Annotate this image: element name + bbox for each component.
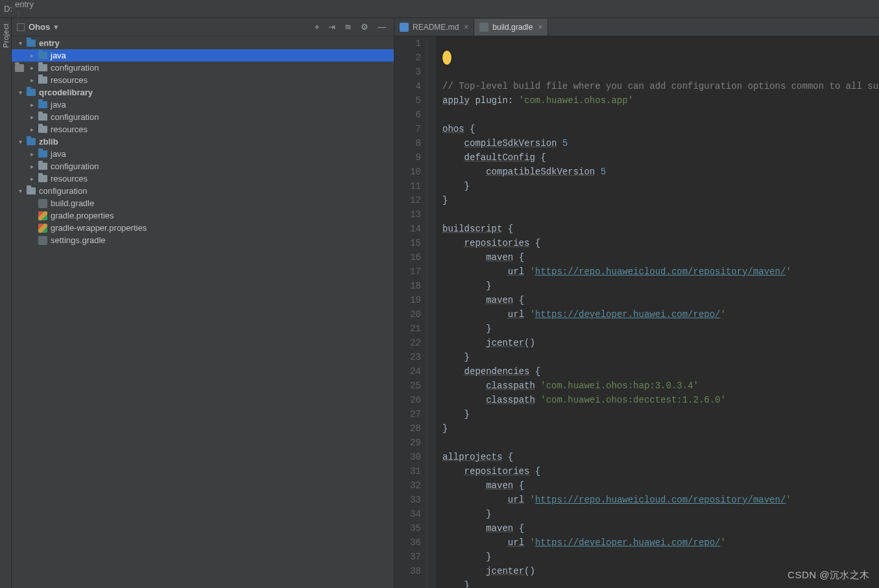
chevron-right-icon[interactable]: ▸ xyxy=(29,163,35,170)
code-line[interactable]: classpath 'com.huawei.ohos:hap:3.0.3.4' xyxy=(442,379,879,393)
tree-row-configuration[interactable]: ▸configuration xyxy=(12,62,394,74)
code-line[interactable]: } xyxy=(442,322,879,336)
tree-row-java[interactable]: ▸java xyxy=(12,99,394,111)
chevron-down-icon[interactable]: ▾ xyxy=(54,22,58,32)
code-line[interactable]: } xyxy=(442,421,879,436)
folder-icon xyxy=(38,64,47,71)
tree-row-gradle-properties[interactable]: gradle.properties xyxy=(12,209,394,222)
code-line[interactable]: } xyxy=(442,407,879,421)
code-line[interactable]: classpath 'com.huawei.ohos:decctest:1.2.… xyxy=(442,393,879,407)
tree-row-configuration[interactable]: ▸configuration xyxy=(12,111,394,123)
line-number: 19 xyxy=(394,293,421,307)
chevron-down-icon[interactable]: ▾ xyxy=(17,40,23,47)
code-line[interactable]: } xyxy=(442,507,879,521)
code-line[interactable]: } xyxy=(442,193,879,207)
tree-label: configuration xyxy=(51,112,99,122)
chevron-right-icon[interactable]: ▸ xyxy=(29,101,35,108)
chevron-right-icon[interactable]: ▸ xyxy=(29,126,35,133)
code-line[interactable]: maven { xyxy=(442,250,879,265)
tree-row-entry[interactable]: ▾entry xyxy=(12,37,394,49)
tree-label: entry xyxy=(39,38,60,48)
code-line[interactable]: url 'https://developer.huawei.com/repo/' xyxy=(442,535,879,550)
chevron-down-icon[interactable]: ▾ xyxy=(17,89,23,96)
collapse-all-icon[interactable]: ≋ xyxy=(342,22,354,32)
editor-area: README.md×build.gradle× 1234567891011121… xyxy=(394,18,879,588)
code-line[interactable] xyxy=(442,436,879,450)
tree-row-gradle-wrapper-properties[interactable]: gradle-wrapper.properties xyxy=(12,222,394,234)
code-line[interactable]: maven { xyxy=(442,521,879,535)
code-line[interactable]: apply plugin: 'com.huawei.ohos.app' xyxy=(442,93,879,108)
code-line[interactable]: } xyxy=(442,350,879,364)
breadcrumb: D: 〉arttszone〉ohos-ZBLibrary-master〉entr… xyxy=(0,0,879,18)
project-tree[interactable]: ▾entry▸java▸configuration▸resources▾qrco… xyxy=(12,36,394,588)
folder-icon xyxy=(38,175,47,182)
code-line[interactable]: repositories { xyxy=(442,236,879,250)
tree-row-resources[interactable]: ▸resources xyxy=(12,123,394,135)
crumb-drive[interactable]: D: xyxy=(4,4,12,14)
tree-row-java[interactable]: ▸java xyxy=(12,49,394,62)
code-line[interactable]: maven { xyxy=(442,478,879,493)
chevron-right-icon[interactable]: ▸ xyxy=(29,64,35,71)
properties-file-icon xyxy=(38,224,47,233)
project-toolwindow-tab[interactable]: Project xyxy=(0,18,12,588)
crumb-entry[interactable]: entry xyxy=(15,0,101,9)
tree-row-resources[interactable]: ▸resources xyxy=(12,172,394,185)
source-text[interactable]: // Top-level build file where you can ad… xyxy=(436,36,879,588)
close-tab-icon[interactable]: × xyxy=(464,23,468,32)
code-line[interactable]: compatibleSdkVersion 5 xyxy=(442,165,879,179)
hide-panel-icon[interactable]: — xyxy=(375,22,389,32)
chevron-right-icon[interactable]: ▸ xyxy=(29,150,35,158)
panel-settings-icon[interactable]: ⚙ xyxy=(358,22,371,32)
chevron-right-icon[interactable]: ▸ xyxy=(29,76,35,84)
close-tab-icon[interactable]: × xyxy=(538,23,542,32)
project-panel-title[interactable]: Ohos xyxy=(29,22,50,32)
intention-bulb-icon[interactable] xyxy=(442,51,452,65)
code-line[interactable]: repositories { xyxy=(442,464,879,478)
code-line[interactable]: dependencies { xyxy=(442,364,879,379)
code-line[interactable]: maven { xyxy=(442,293,879,307)
code-line[interactable]: } xyxy=(442,179,879,193)
view-mode-icon[interactable] xyxy=(17,23,25,31)
code-line[interactable]: compileSdkVersion 5 xyxy=(442,136,879,150)
chevron-right-icon[interactable]: ▸ xyxy=(29,113,35,121)
chevron-right-icon[interactable]: ▸ xyxy=(29,52,35,59)
line-number: 15 xyxy=(394,236,421,250)
select-opened-file-icon[interactable]: ⌖ xyxy=(312,22,322,32)
code-line[interactable]: allprojects { xyxy=(442,450,879,464)
tab-label: build.gradle xyxy=(492,23,533,32)
code-line[interactable]: } xyxy=(442,550,879,564)
code-line[interactable]: // Top-level build file where you can ad… xyxy=(442,79,879,93)
tree-row-build-gradle[interactable]: build.gradle xyxy=(12,197,394,209)
tree-row-zblib[interactable]: ▾zblib xyxy=(12,135,394,148)
tab-README-md[interactable]: README.md× xyxy=(394,19,474,36)
line-number: 27 xyxy=(394,407,421,421)
fold-gutter[interactable] xyxy=(427,36,436,588)
code-line[interactable]: url 'https://repo.huaweicloud.com/reposi… xyxy=(442,265,879,279)
tree-row-qrcodelibrary[interactable]: ▾qrcodelibrary xyxy=(12,86,394,99)
code-line[interactable]: } xyxy=(442,578,879,588)
tree-label: settings.gradle xyxy=(51,235,106,245)
expand-all-icon[interactable]: ⇥ xyxy=(326,22,338,32)
tree-row-java[interactable]: ▸java xyxy=(12,148,394,160)
line-number: 23 xyxy=(394,350,421,364)
code-line[interactable] xyxy=(442,108,879,122)
tree-row-settings-gradle[interactable]: settings.gradle xyxy=(12,234,394,246)
code-editor[interactable]: 1234567891011121314151617181920212223242… xyxy=(394,36,879,588)
code-line[interactable]: defaultConfig { xyxy=(442,150,879,165)
code-line[interactable]: ohos { xyxy=(442,122,879,136)
code-line[interactable]: url 'https://repo.huaweicloud.com/reposi… xyxy=(442,493,879,507)
code-line[interactable]: } xyxy=(442,279,879,293)
code-line[interactable]: url 'https://developer.huawei.com/repo/' xyxy=(442,307,879,322)
code-line[interactable]: jcenter() xyxy=(442,336,879,350)
line-number: 1 xyxy=(394,36,421,51)
chevron-down-icon[interactable]: ▾ xyxy=(17,187,23,194)
tree-row-resources[interactable]: ▸resources xyxy=(12,74,394,86)
chevron-right-icon[interactable]: ▸ xyxy=(29,175,35,182)
tree-row-configuration[interactable]: ▾configuration xyxy=(12,185,394,197)
code-line[interactable]: buildscript { xyxy=(442,222,879,236)
code-line[interactable] xyxy=(442,207,879,222)
chevron-down-icon[interactable]: ▾ xyxy=(17,138,23,145)
code-line[interactable]: jcenter() xyxy=(442,564,879,578)
tree-row-configuration[interactable]: ▸configuration xyxy=(12,160,394,172)
tab-build-gradle[interactable]: build.gradle× xyxy=(474,19,548,36)
